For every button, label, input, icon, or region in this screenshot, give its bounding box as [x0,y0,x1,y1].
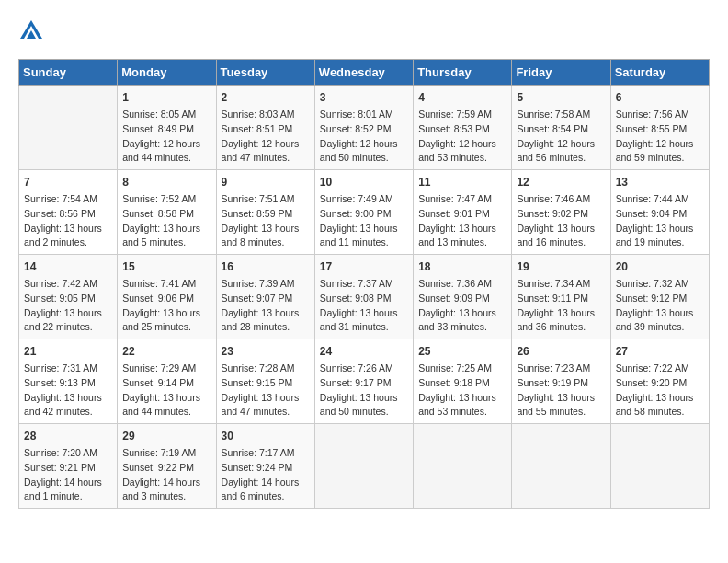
calendar-cell: 20Sunrise: 7:32 AMSunset: 9:12 PMDayligh… [610,255,709,339]
day-number: 3 [320,89,408,106]
day-info: Sunrise: 8:01 AMSunset: 8:52 PMDaylight:… [320,108,408,166]
calendar-cell: 26Sunrise: 7:23 AMSunset: 9:19 PMDayligh… [512,339,610,424]
day-number: 25 [418,343,506,360]
day-info: Sunrise: 7:47 AMSunset: 9:01 PMDaylight:… [418,192,506,250]
calendar-cell [512,424,610,509]
day-info: Sunrise: 7:31 AMSunset: 9:13 PMDaylight:… [24,362,112,419]
day-info: Sunrise: 7:36 AMSunset: 9:09 PMDaylight:… [418,277,506,335]
calendar-week-row: 28Sunrise: 7:20 AMSunset: 9:21 PMDayligh… [19,424,710,509]
calendar-cell: 11Sunrise: 7:47 AMSunset: 9:01 PMDayligh… [414,170,512,255]
calendar-week-row: 21Sunrise: 7:31 AMSunset: 9:13 PMDayligh… [19,339,710,424]
calendar-cell: 3Sunrise: 8:01 AMSunset: 8:52 PMDaylight… [314,86,413,170]
day-number: 13 [616,174,704,190]
day-info: Sunrise: 7:22 AMSunset: 9:20 PMDaylight:… [616,362,704,419]
calendar-cell: 24Sunrise: 7:26 AMSunset: 9:17 PMDayligh… [314,339,413,424]
calendar-cell: 10Sunrise: 7:49 AMSunset: 9:00 PMDayligh… [314,170,413,255]
day-info: Sunrise: 7:39 AMSunset: 9:07 PMDaylight:… [222,277,310,335]
day-info: Sunrise: 7:17 AMSunset: 9:24 PMDaylight:… [222,446,310,504]
day-info: Sunrise: 7:23 AMSunset: 9:19 PMDaylight:… [517,362,605,419]
calendar-cell: 19Sunrise: 7:34 AMSunset: 9:11 PMDayligh… [512,255,610,339]
day-info: Sunrise: 7:37 AMSunset: 9:08 PMDaylight:… [320,277,408,335]
day-number: 18 [418,259,506,275]
calendar-cell: 21Sunrise: 7:31 AMSunset: 9:13 PMDayligh… [19,339,118,424]
column-header-thursday: Thursday [414,60,512,86]
calendar-cell: 4Sunrise: 7:59 AMSunset: 8:53 PMDaylight… [414,86,512,170]
day-info: Sunrise: 7:20 AMSunset: 9:21 PMDaylight:… [24,446,112,504]
column-header-sunday: Sunday [19,60,118,86]
day-number: 17 [320,259,408,275]
day-number: 26 [517,343,605,360]
calendar-cell: 18Sunrise: 7:36 AMSunset: 9:09 PMDayligh… [414,255,512,339]
day-number: 11 [418,174,506,190]
calendar-week-row: 7Sunrise: 7:54 AMSunset: 8:56 PMDaylight… [19,170,710,255]
calendar-cell: 23Sunrise: 7:28 AMSunset: 9:15 PMDayligh… [216,339,314,424]
day-number: 7 [24,174,112,190]
day-info: Sunrise: 7:51 AMSunset: 8:59 PMDaylight:… [222,192,310,250]
calendar-week-row: 1Sunrise: 8:05 AMSunset: 8:49 PMDaylight… [19,86,710,170]
logo [18,18,46,44]
day-number: 20 [616,259,704,275]
day-number: 5 [517,89,605,106]
day-info: Sunrise: 7:46 AMSunset: 9:02 PMDaylight:… [517,192,605,250]
calendar-cell: 15Sunrise: 7:41 AMSunset: 9:06 PMDayligh… [118,255,216,339]
column-header-monday: Monday [118,60,216,86]
calendar-cell: 2Sunrise: 8:03 AMSunset: 8:51 PMDaylight… [216,86,314,170]
calendar-week-row: 14Sunrise: 7:42 AMSunset: 9:05 PMDayligh… [19,255,710,339]
day-number: 8 [122,174,210,190]
column-header-friday: Friday [512,60,610,86]
day-number: 16 [222,259,310,275]
day-info: Sunrise: 7:19 AMSunset: 9:22 PMDaylight:… [122,446,210,504]
day-number: 10 [320,174,408,190]
day-number: 21 [24,343,112,360]
calendar-cell [414,424,512,509]
day-info: Sunrise: 7:32 AMSunset: 9:12 PMDaylight:… [616,277,704,335]
day-info: Sunrise: 7:26 AMSunset: 9:17 PMDaylight:… [320,362,408,419]
calendar-cell: 1Sunrise: 8:05 AMSunset: 8:49 PMDaylight… [118,86,216,170]
day-info: Sunrise: 7:52 AMSunset: 8:58 PMDaylight:… [122,192,210,250]
logo-icon [18,18,44,44]
day-number: 6 [616,89,704,106]
day-number: 14 [24,259,112,275]
calendar-cell: 13Sunrise: 7:44 AMSunset: 9:04 PMDayligh… [610,170,709,255]
calendar-header-row: SundayMondayTuesdayWednesdayThursdayFrid… [19,60,710,86]
day-number: 4 [418,89,506,106]
page-header [18,18,710,44]
day-number: 30 [222,428,310,444]
day-info: Sunrise: 7:28 AMSunset: 9:15 PMDaylight:… [222,362,310,419]
day-number: 2 [222,89,310,106]
day-number: 9 [222,174,310,190]
day-info: Sunrise: 7:42 AMSunset: 9:05 PMDaylight:… [24,277,112,335]
column-header-tuesday: Tuesday [216,60,314,86]
day-number: 29 [122,428,210,444]
day-info: Sunrise: 7:29 AMSunset: 9:14 PMDaylight:… [122,362,210,419]
day-info: Sunrise: 7:54 AMSunset: 8:56 PMDaylight:… [24,192,112,250]
day-info: Sunrise: 7:56 AMSunset: 8:55 PMDaylight:… [616,108,704,166]
calendar-cell: 8Sunrise: 7:52 AMSunset: 8:58 PMDaylight… [118,170,216,255]
day-number: 15 [122,259,210,275]
calendar-cell [314,424,413,509]
calendar-cell: 5Sunrise: 7:58 AMSunset: 8:54 PMDaylight… [512,86,610,170]
calendar-table: SundayMondayTuesdayWednesdayThursdayFrid… [18,59,710,509]
day-number: 19 [517,259,605,275]
calendar-cell: 16Sunrise: 7:39 AMSunset: 9:07 PMDayligh… [216,255,314,339]
day-number: 27 [616,343,704,360]
day-info: Sunrise: 7:58 AMSunset: 8:54 PMDaylight:… [517,108,605,166]
calendar-cell: 22Sunrise: 7:29 AMSunset: 9:14 PMDayligh… [118,339,216,424]
day-info: Sunrise: 7:34 AMSunset: 9:11 PMDaylight:… [517,277,605,335]
calendar-cell: 28Sunrise: 7:20 AMSunset: 9:21 PMDayligh… [19,424,118,509]
column-header-saturday: Saturday [610,60,709,86]
day-number: 12 [517,174,605,190]
day-number: 23 [222,343,310,360]
calendar-cell: 30Sunrise: 7:17 AMSunset: 9:24 PMDayligh… [216,424,314,509]
calendar-cell [610,424,709,509]
day-number: 28 [24,428,112,444]
calendar-cell: 14Sunrise: 7:42 AMSunset: 9:05 PMDayligh… [19,255,118,339]
day-info: Sunrise: 8:05 AMSunset: 8:49 PMDaylight:… [122,108,210,166]
day-number: 24 [320,343,408,360]
calendar-cell [19,86,118,170]
column-header-wednesday: Wednesday [314,60,413,86]
day-info: Sunrise: 7:41 AMSunset: 9:06 PMDaylight:… [122,277,210,335]
day-info: Sunrise: 7:59 AMSunset: 8:53 PMDaylight:… [418,108,506,166]
calendar-cell: 17Sunrise: 7:37 AMSunset: 9:08 PMDayligh… [314,255,413,339]
day-info: Sunrise: 7:44 AMSunset: 9:04 PMDaylight:… [616,192,704,250]
